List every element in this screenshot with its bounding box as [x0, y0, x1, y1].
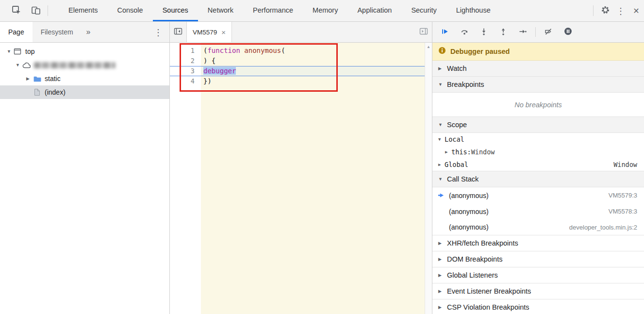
chevron-right-icon: ▶	[438, 66, 445, 71]
step-out-button[interactable]	[496, 25, 510, 39]
tab-console[interactable]: Console	[107, 0, 152, 21]
debugger-paused-banner: Debugger paused	[432, 43, 644, 61]
pause-on-exceptions-button[interactable]	[561, 25, 575, 39]
close-devtools-button[interactable]: ✕	[628, 0, 644, 21]
navigator-panel: Page Filesystem » ⋮ ▼ top ▼	[0, 22, 170, 314]
step-over-icon	[461, 28, 468, 37]
debugger-sidebar: Debugger paused ▶ Watch ▼ Breakpoints No…	[432, 22, 644, 314]
section-label: Global Listeners	[447, 271, 498, 279]
editor-tab-vm5579[interactable]: VM5579 ×	[186, 22, 232, 42]
line-number[interactable]: 4	[170, 76, 201, 86]
inspect-element-button[interactable]	[9, 0, 24, 21]
paused-message: Debugger paused	[450, 48, 510, 55]
code-area[interactable]: (function anonymous( ) { debugger })	[201, 43, 425, 314]
chevron-down-icon: ▼	[438, 137, 445, 142]
scroll-up-icon[interactable]: ▲	[427, 45, 430, 49]
device-toolbar-button[interactable]	[28, 0, 44, 21]
tab-lighthouse[interactable]: Lighthouse	[446, 0, 500, 21]
call-stack-frame[interactable]: (anonymous) developer_tools.min.js:2	[432, 219, 644, 235]
call-stack-frame-current[interactable]: (anonymous) VM5579:3	[432, 187, 644, 203]
toolbar-separator	[48, 5, 48, 16]
tab-security[interactable]: Security	[401, 0, 446, 21]
separator: :	[467, 148, 471, 156]
code-line-2[interactable]: ) {	[201, 56, 425, 66]
variable-value: Window	[471, 148, 495, 156]
section-label: CSP Violation Breakpoints	[447, 303, 529, 311]
tree-item-static[interactable]: ▶ static	[0, 72, 169, 85]
code-token: (	[281, 47, 285, 54]
deactivate-breakpoints-icon	[545, 28, 552, 37]
line-number-gutter: 1 2 3 4	[170, 43, 201, 314]
step-into-button[interactable]	[477, 25, 491, 39]
scope-this-row[interactable]: ▶ this: Window	[432, 146, 644, 158]
cloud-icon	[22, 61, 31, 69]
code-line-4[interactable]: })	[201, 76, 425, 86]
section-xhr-breakpoints[interactable]: ▶ XHR/fetch Breakpoints	[432, 235, 644, 251]
resume-script-button[interactable]	[438, 25, 452, 39]
editor-scrollbar[interactable]: ▲	[425, 43, 432, 314]
scope-global-row[interactable]: ▶ Global Window	[432, 158, 644, 171]
step-over-button[interactable]	[458, 25, 471, 39]
scope-local-row[interactable]: ▼ Local	[432, 133, 644, 146]
variable-name: this	[451, 148, 467, 156]
pause-circle-icon	[564, 27, 572, 37]
tree-item-top[interactable]: ▼ top	[0, 45, 169, 58]
panel-left-toggle-icon	[174, 27, 182, 37]
section-dom-breakpoints[interactable]: ▶ DOM Breakpoints	[432, 251, 644, 267]
tab-sources[interactable]: Sources	[153, 0, 198, 21]
info-icon	[438, 47, 446, 56]
line-number[interactable]: 3	[170, 66, 201, 76]
line-number[interactable]: 1	[170, 46, 201, 56]
chevron-right-icon: ▶	[445, 149, 451, 154]
folder-icon	[33, 75, 41, 83]
code-editor: 1 2 3 4 (function anonymous( ) { debugge…	[170, 43, 432, 314]
tab-performance[interactable]: Performance	[243, 0, 303, 21]
toolbar-separator-right	[593, 5, 594, 16]
line-number[interactable]: 2	[170, 56, 201, 66]
settings-button[interactable]	[597, 0, 613, 21]
current-frame-arrow-icon	[437, 192, 449, 199]
section-label: Breakpoints	[447, 81, 484, 88]
hide-navigator-button[interactable]	[170, 22, 186, 42]
section-watch[interactable]: ▶ Watch	[432, 61, 644, 77]
chevron-right-icon: ▶	[26, 76, 33, 81]
section-breakpoints[interactable]: ▼ Breakpoints	[432, 77, 644, 93]
section-call-stack[interactable]: ▼ Call Stack	[432, 171, 644, 187]
toggle-debugger-sidebar-button[interactable]	[415, 22, 432, 42]
inspect-cursor-icon	[12, 5, 21, 17]
navigator-tab-page[interactable]: Page	[0, 22, 33, 42]
gear-icon	[601, 5, 610, 16]
code-line-1[interactable]: (function anonymous(	[201, 46, 425, 56]
tab-elements[interactable]: Elements	[59, 0, 107, 21]
section-label: DOM Breakpoints	[447, 255, 502, 263]
tab-network[interactable]: Network	[198, 0, 243, 21]
call-stack-frame[interactable]: (anonymous) VM5578:3	[432, 203, 644, 219]
tab-application[interactable]: Application	[347, 0, 401, 21]
section-label: Event Listener Breakpoints	[447, 287, 531, 295]
section-scope[interactable]: ▼ Scope	[432, 117, 644, 133]
frame-location: VM5579:3	[609, 192, 637, 199]
step-into-icon	[480, 28, 488, 37]
close-tab-icon[interactable]: ×	[221, 28, 226, 36]
tree-item-index[interactable]: ▶ (index)	[0, 85, 169, 99]
deactivate-breakpoints-button[interactable]	[542, 25, 555, 39]
tree-item-label: static	[45, 75, 61, 83]
code-line-3-paused[interactable]: debugger	[201, 66, 425, 76]
sources-workspace: Page Filesystem » ⋮ ▼ top ▼	[0, 22, 644, 314]
section-event-listener-breakpoints[interactable]: ▶ Event Listener Breakpoints	[432, 283, 644, 299]
more-tabs-button[interactable]: »	[82, 22, 96, 42]
navigator-more-options-button[interactable]: ⋮	[147, 22, 169, 42]
kebab-menu-icon: ⋮	[616, 6, 625, 16]
resume-icon	[441, 28, 449, 37]
navigator-tab-filesystem[interactable]: Filesystem	[33, 22, 82, 42]
section-csp-violation-breakpoints[interactable]: ▶ CSP Violation Breakpoints	[432, 299, 644, 314]
tab-memory[interactable]: Memory	[303, 0, 347, 21]
tree-item-domain[interactable]: ▼	[0, 58, 169, 72]
chevron-down-icon: ▼	[16, 63, 22, 67]
step-button[interactable]	[516, 25, 529, 39]
code-token: ) {	[203, 57, 215, 65]
navigator-tabs-spacer	[96, 22, 147, 42]
section-global-listeners[interactable]: ▶ Global Listeners	[432, 267, 644, 283]
more-options-button[interactable]: ⋮	[613, 0, 628, 21]
frame-name: (anonymous)	[449, 208, 489, 215]
